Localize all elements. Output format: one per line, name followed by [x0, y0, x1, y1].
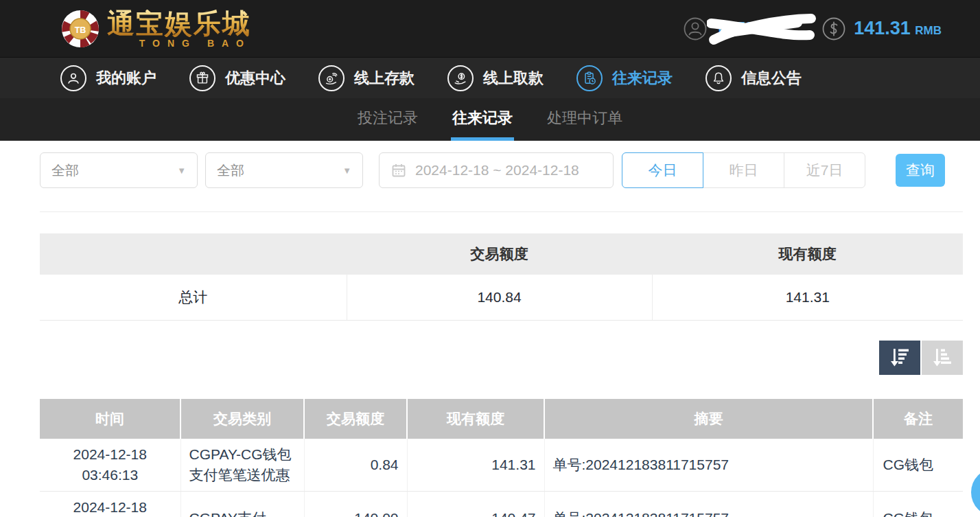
section-divider: [40, 211, 963, 212]
table-row: 2024-12-18 03:46:13 CGPAY支付 140.00 140.4…: [40, 492, 963, 517]
sort-controls: [0, 341, 963, 375]
sort-descending-button[interactable]: [879, 341, 920, 375]
cell-remark: CG钱包: [873, 439, 963, 492]
col-header-summary: 摘要: [544, 399, 873, 439]
cell-time: 2024-12-18 03:46:13: [40, 492, 180, 517]
sort-ascending-icon: [931, 347, 954, 369]
sort-ascending-button[interactable]: [922, 341, 963, 375]
quick-date-group: 今日 昨日 近7日: [622, 152, 865, 188]
col-header-remark: 备注: [873, 399, 963, 439]
site-logo[interactable]: TB 通宝娱乐城 TONG BAO: [60, 9, 251, 49]
sort-descending-icon: [888, 347, 911, 369]
user-icon: [60, 65, 86, 91]
username-text: bc7325: [715, 19, 774, 37]
nav-item-promotions[interactable]: 优惠中心: [189, 65, 285, 91]
account-menu[interactable]: bc7325: [684, 17, 774, 41]
query-button[interactable]: 查询: [896, 154, 945, 187]
date-range-value: 2024-12-18 ~ 2024-12-18: [415, 162, 579, 179]
cell-amount: 140.00: [304, 492, 407, 517]
records-table: 时间 交易类别 交易额度 现有额度 摘要 备注 2024-12-18 03:46…: [40, 399, 963, 517]
main-navigation: 我的账户 优惠中心 线上存款 线上取款: [0, 57, 980, 98]
nav-item-transaction-records[interactable]: 往来记录: [576, 65, 673, 91]
quick-date-yesterday[interactable]: 昨日: [703, 152, 784, 188]
col-header-time: 时间: [40, 399, 180, 439]
col-header-balance: 现有额度: [407, 399, 544, 439]
chip-label: TB: [75, 25, 86, 34]
records-icon: [576, 65, 603, 91]
tab-betting-records[interactable]: 投注记录: [356, 98, 419, 141]
user-icon: [684, 17, 707, 41]
balance-amount: 141.31: [854, 18, 911, 38]
summary-header-transaction-amount: 交易额度: [347, 233, 652, 275]
bell-icon: [705, 65, 732, 91]
nav-item-my-account[interactable]: 我的账户: [60, 65, 156, 91]
cell-type: CGPAY-CG钱包支付笔笔送优惠: [180, 439, 304, 492]
tab-transaction-records[interactable]: 往来记录: [451, 98, 514, 141]
record-tabs: 投注记录 往来记录 处理中订单: [0, 98, 980, 141]
quick-date-last7days[interactable]: 近7日: [784, 152, 865, 188]
balance-display[interactable]: 141.31 RMB: [822, 17, 942, 41]
deposit-icon: [318, 65, 345, 91]
summary-transaction-total: 140.84: [347, 275, 652, 320]
summary-header-empty: [40, 233, 347, 275]
cell-summary: 单号:202412183811715757: [544, 492, 873, 517]
quick-date-today[interactable]: 今日: [622, 152, 703, 188]
nav-item-announcements[interactable]: 信息公告: [705, 65, 802, 91]
table-row: 2024-12-18 03:46:13 CGPAY-CG钱包支付笔笔送优惠 0.…: [40, 439, 963, 492]
calendar-icon: [390, 162, 407, 179]
cell-time: 2024-12-18 03:46:13: [40, 439, 180, 492]
transaction-subtype-select[interactable]: 全部 ▼: [205, 152, 363, 188]
floating-action-button[interactable]: [971, 468, 980, 516]
cell-type: CGPAY支付: [180, 492, 304, 517]
cell-remark: CG钱包: [873, 492, 963, 517]
summary-header-row: 交易额度 现有额度: [40, 233, 963, 275]
records-header-row: 时间 交易类别 交易额度 现有额度 摘要 备注: [40, 399, 963, 439]
summary-header-current-amount: 现有额度: [652, 233, 963, 275]
cell-balance: 140.47: [407, 492, 544, 517]
chevron-down-icon: ▼: [342, 165, 351, 176]
summary-total-label: 总计: [40, 275, 347, 320]
chevron-down-icon: ▼: [177, 165, 186, 176]
gift-icon: [189, 65, 215, 91]
cell-summary: 单号:202412183811715757: [544, 439, 873, 492]
col-header-type: 交易类别: [180, 399, 304, 439]
nav-item-withdraw[interactable]: 线上取款: [447, 65, 544, 91]
date-range-input[interactable]: 2024-12-18 ~ 2024-12-18: [379, 152, 614, 188]
poker-chip-logo-icon: TB: [60, 9, 100, 49]
transaction-type-select[interactable]: 全部 ▼: [40, 152, 198, 188]
withdraw-icon: [447, 65, 474, 91]
col-header-amount: 交易额度: [304, 399, 407, 439]
top-header: TB 通宝娱乐城 TONG BAO bc7325: [0, 0, 980, 57]
balance-currency: RMB: [915, 24, 942, 37]
nav-item-deposit[interactable]: 线上存款: [318, 65, 415, 91]
site-title: 通宝娱乐城: [107, 10, 251, 37]
filter-row: 全部 ▼ 全部 ▼ 2024-12-18 ~ 2024-12-18 今日 昨日 …: [40, 152, 945, 188]
header-user-area: bc7325 141.31 RMB: [684, 17, 942, 41]
summary-table: 交易额度 现有额度 总计 140.84 141.31: [40, 233, 963, 321]
site-subtitle: TONG BAO: [107, 38, 251, 48]
tab-pending-orders[interactable]: 处理中订单: [546, 98, 624, 141]
dollar-icon: [822, 17, 845, 41]
summary-current-total: 141.31: [652, 275, 963, 320]
cell-balance: 141.31: [407, 439, 544, 492]
summary-total-row: 总计 140.84 141.31: [40, 275, 963, 320]
cell-amount: 0.84: [304, 439, 407, 492]
